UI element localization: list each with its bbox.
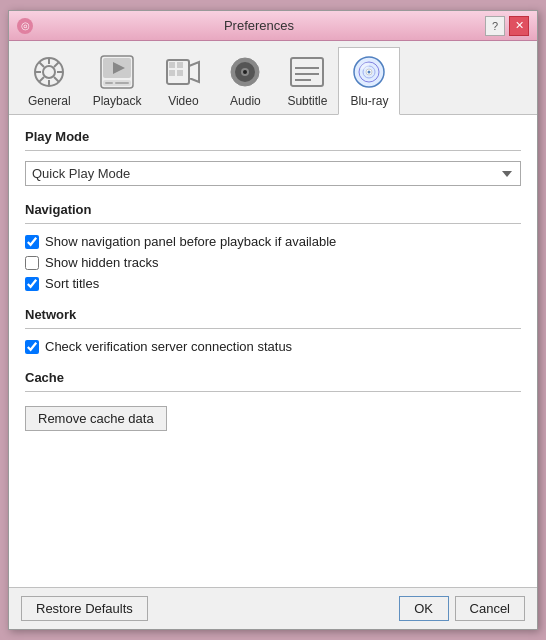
svg-line-6 — [39, 62, 44, 67]
play-mode-title: Play Mode — [25, 129, 521, 144]
play-mode-divider — [25, 150, 521, 151]
restore-defaults-button[interactable]: Restore Defaults — [21, 596, 148, 621]
navigation-divider — [25, 223, 521, 224]
svg-line-9 — [39, 77, 44, 82]
play-mode-dropdown-wrapper: Quick Play Mode Standard Play Mode Advan… — [25, 161, 521, 186]
tab-playback[interactable]: Playback — [82, 47, 153, 114]
help-button[interactable]: ? — [485, 16, 505, 36]
svg-marker-21 — [189, 62, 199, 82]
navigation-section: Navigation Show navigation panel before … — [25, 202, 521, 291]
play-mode-select[interactable]: Quick Play Mode Standard Play Mode Advan… — [25, 161, 521, 186]
bluray-icon — [349, 52, 389, 92]
svg-point-34 — [368, 71, 371, 74]
bottom-bar: Restore Defaults OK Cancel — [9, 587, 537, 629]
subtitle-icon — [287, 52, 327, 92]
svg-rect-20 — [177, 70, 183, 76]
nav-checkbox-1[interactable] — [25, 256, 39, 270]
nav-checkbox-row-2: Sort titles — [25, 276, 521, 291]
network-checkbox-row-0: Check verification server connection sta… — [25, 339, 521, 354]
navigation-title: Navigation — [25, 202, 521, 217]
general-icon — [29, 52, 69, 92]
svg-rect-14 — [105, 82, 113, 84]
tab-subtitle[interactable]: Subtitle — [276, 47, 338, 114]
svg-rect-19 — [169, 70, 175, 76]
nav-checkbox-label-1: Show hidden tracks — [45, 255, 158, 270]
nav-checkbox-label-2: Sort titles — [45, 276, 99, 291]
svg-rect-26 — [291, 58, 323, 86]
title-bar: ◎ Preferences ? ✕ — [9, 11, 537, 41]
tab-general-label: General — [28, 94, 71, 108]
svg-line-7 — [54, 77, 59, 82]
network-section: Network Check verification server connec… — [25, 307, 521, 354]
tab-bluray-label: Blu-ray — [350, 94, 388, 108]
svg-point-25 — [243, 70, 247, 74]
ok-button[interactable]: OK — [399, 596, 449, 621]
cache-section: Cache Remove cache data — [25, 370, 521, 431]
svg-line-8 — [54, 62, 59, 67]
tab-audio[interactable]: Audio — [214, 47, 276, 114]
network-checkbox-label-0: Check verification server connection sta… — [45, 339, 292, 354]
tab-subtitle-label: Subtitle — [287, 94, 327, 108]
svg-rect-15 — [115, 82, 129, 84]
preferences-window: ◎ Preferences ? ✕ — [8, 10, 538, 630]
video-icon — [163, 52, 203, 92]
playback-icon — [97, 52, 137, 92]
tab-general[interactable]: General — [17, 47, 82, 114]
nav-checkbox-label-0: Show navigation panel before playback if… — [45, 234, 336, 249]
tab-playback-label: Playback — [93, 94, 142, 108]
tab-video-label: Video — [168, 94, 198, 108]
tabs-bar: General Playback — [9, 41, 537, 115]
bottom-right-buttons: OK Cancel — [399, 596, 525, 621]
cancel-button[interactable]: Cancel — [455, 596, 525, 621]
cache-title: Cache — [25, 370, 521, 385]
audio-icon — [225, 52, 265, 92]
app-icon: ◎ — [17, 18, 33, 34]
title-bar-buttons: ? ✕ — [485, 16, 529, 36]
network-checkbox-0[interactable] — [25, 340, 39, 354]
svg-point-1 — [43, 66, 55, 78]
nav-checkbox-2[interactable] — [25, 277, 39, 291]
svg-rect-17 — [169, 62, 175, 68]
remove-cache-button[interactable]: Remove cache data — [25, 406, 167, 431]
nav-checkbox-0[interactable] — [25, 235, 39, 249]
network-title: Network — [25, 307, 521, 322]
nav-checkbox-row-0: Show navigation panel before playback if… — [25, 234, 521, 249]
tab-audio-label: Audio — [230, 94, 261, 108]
tab-bluray[interactable]: Blu-ray — [338, 47, 400, 115]
network-divider — [25, 328, 521, 329]
play-mode-section: Play Mode Quick Play Mode Standard Play … — [25, 129, 521, 186]
svg-rect-18 — [177, 62, 183, 68]
cache-divider — [25, 391, 521, 392]
content-area: Play Mode Quick Play Mode Standard Play … — [9, 115, 537, 587]
window-title: Preferences — [33, 18, 485, 33]
tab-video[interactable]: Video — [152, 47, 214, 114]
close-button[interactable]: ✕ — [509, 16, 529, 36]
nav-checkbox-row-1: Show hidden tracks — [25, 255, 521, 270]
